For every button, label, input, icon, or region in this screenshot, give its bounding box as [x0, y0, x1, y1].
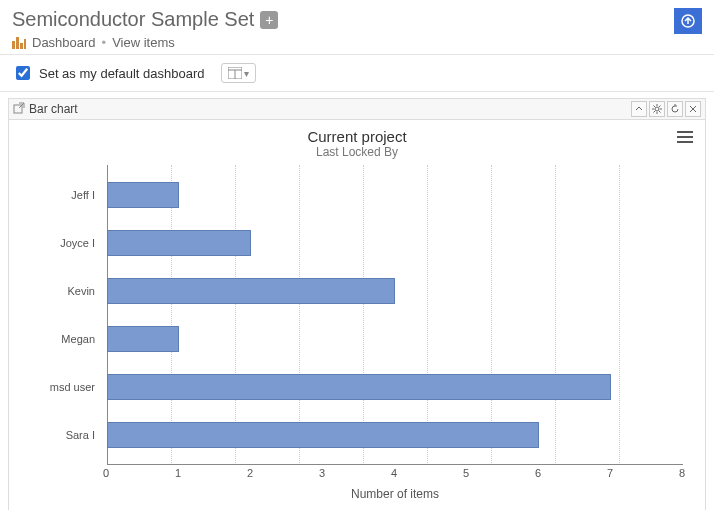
- x-tick-label: 5: [463, 467, 469, 479]
- page-title: Semiconductor Sample Set: [12, 8, 254, 31]
- bar[interactable]: [107, 326, 179, 352]
- svg-rect-2: [20, 43, 23, 49]
- x-tick-label: 3: [319, 467, 325, 479]
- chart-title: Current project: [21, 128, 693, 145]
- default-dashboard-label: Set as my default dashboard: [39, 66, 205, 81]
- x-axis-label: Number of items: [107, 487, 683, 501]
- chart-menu-button[interactable]: [677, 128, 693, 146]
- svg-line-15: [659, 111, 661, 113]
- svg-rect-3: [24, 39, 26, 49]
- y-category-label: msd user: [21, 381, 101, 393]
- x-tick-label: 4: [391, 467, 397, 479]
- y-category-label: Megan: [21, 333, 101, 345]
- bar[interactable]: [107, 278, 395, 304]
- y-category-label: Sara I: [21, 429, 101, 441]
- bar[interactable]: [107, 374, 611, 400]
- y-category-label: Jeff I: [21, 189, 101, 201]
- chart-subtitle: Last Locked By: [21, 145, 693, 159]
- header-action-button[interactable]: [674, 8, 702, 34]
- svg-line-14: [654, 106, 656, 108]
- svg-line-16: [659, 106, 661, 108]
- svg-line-17: [654, 111, 656, 113]
- y-category-label: Joyce I: [21, 237, 101, 249]
- chevron-down-icon: ▾: [244, 68, 249, 79]
- breadcrumb-separator: •: [102, 35, 107, 50]
- chart-plot-area: Jeff IJoyce IKevinMeganmsd userSara I: [107, 165, 683, 465]
- breadcrumb-dashboard[interactable]: Dashboard: [32, 35, 96, 50]
- x-tick-label: 7: [607, 467, 613, 479]
- default-dashboard-checkbox[interactable]: Set as my default dashboard: [12, 63, 205, 83]
- refresh-button[interactable]: [667, 101, 683, 117]
- x-tick-label: 6: [535, 467, 541, 479]
- breadcrumb: Dashboard • View items: [12, 35, 278, 50]
- x-tick-label: 2: [247, 467, 253, 479]
- bar[interactable]: [107, 182, 179, 208]
- collapse-button[interactable]: [631, 101, 647, 117]
- panel-title: Bar chart: [29, 102, 78, 116]
- chart-panel: Bar chart Current project Last Locked By: [8, 98, 706, 510]
- x-tick-label: 8: [679, 467, 685, 479]
- svg-rect-1: [16, 37, 19, 49]
- breadcrumb-view-items[interactable]: View items: [112, 35, 175, 50]
- bar[interactable]: [107, 230, 251, 256]
- add-button[interactable]: +: [260, 11, 278, 29]
- y-category-label: Kevin: [21, 285, 101, 297]
- bar[interactable]: [107, 422, 539, 448]
- layout-picker-button[interactable]: ▾: [221, 63, 256, 83]
- settings-button[interactable]: [649, 101, 665, 117]
- x-tick-label: 1: [175, 467, 181, 479]
- close-button[interactable]: [685, 101, 701, 117]
- x-tick-label: 0: [103, 467, 109, 479]
- svg-point-9: [655, 107, 659, 111]
- svg-rect-0: [12, 41, 15, 49]
- layout-icon: [228, 67, 242, 79]
- dashboard-icon: [12, 37, 26, 49]
- popout-icon[interactable]: [13, 102, 25, 117]
